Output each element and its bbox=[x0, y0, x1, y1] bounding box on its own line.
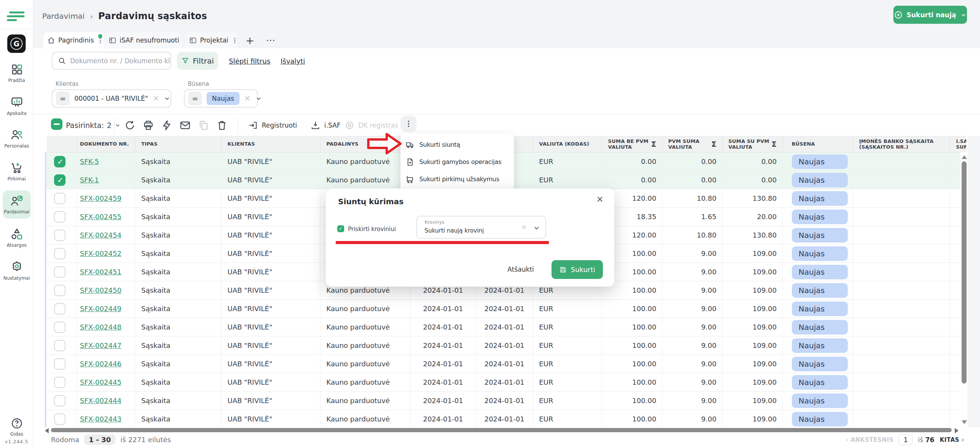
scroll-right-icon[interactable] bbox=[955, 428, 959, 433]
menu-item-sukurti-pirkimu[interactable]: Sukurti pirkimų užsakymus bbox=[401, 171, 514, 188]
filters-button[interactable]: Filtrai bbox=[177, 52, 218, 70]
hide-filters-link[interactable]: Slėpti filtrus bbox=[229, 57, 270, 65]
sum-icon[interactable]: Σ bbox=[651, 140, 656, 149]
sum-icon[interactable]: Σ bbox=[711, 140, 716, 149]
document-link[interactable]: SFX-002443 bbox=[80, 415, 121, 423]
chevron-down-icon[interactable] bbox=[164, 95, 171, 102]
tab-projektai[interactable]: Projektai ⋮ bbox=[185, 32, 238, 48]
row-checkbox[interactable] bbox=[54, 303, 66, 315]
document-link[interactable]: SFX-002455 bbox=[80, 213, 121, 221]
column-header-busena[interactable]: BŪSENA bbox=[782, 136, 853, 152]
column-header-tipas[interactable]: TIPAS bbox=[135, 136, 221, 152]
krovinys-select[interactable]: Krovinys Sukurti naują krovinį ✕ bbox=[416, 216, 546, 239]
menu-item-sukurti-siunta[interactable]: Sukurti siuntą bbox=[401, 136, 514, 153]
table-row[interactable]: SFX-002445 Sąskaita UAB "RIVILĖ" Kauno p… bbox=[47, 373, 966, 392]
row-checkbox[interactable] bbox=[54, 156, 66, 167]
table-row[interactable]: SFX-002444 Sąskaita UAB "RIVILĖ" Kauno p… bbox=[47, 392, 966, 410]
sidebar-item-pardavimai[interactable]: Pardavimai bbox=[0, 194, 33, 215]
table-row[interactable]: SFX-002446 Sąskaita UAB "RIVILĖ" Kauno p… bbox=[47, 355, 966, 373]
row-checkbox[interactable] bbox=[54, 248, 66, 259]
create-new-button[interactable]: Sukurti naują bbox=[893, 6, 967, 24]
sidebar-item-apskaita[interactable]: Apskaita bbox=[0, 95, 33, 116]
priskirti-checkbox[interactable]: ✓ bbox=[337, 225, 344, 232]
vertical-scrollbar-thumb[interactable] bbox=[962, 161, 967, 384]
tab-pagrindinis[interactable]: Pagrindinis ⋮ bbox=[43, 32, 104, 48]
clear-icon[interactable]: ✕ bbox=[153, 94, 159, 103]
document-link[interactable]: SFX-002445 bbox=[80, 378, 121, 386]
sidebar-item-personalas[interactable]: Personalas bbox=[0, 128, 33, 149]
column-header-imones-banko[interactable]: ĮMONĖS BANKO SĄSKAITA (SĄSKAITOS NR.) bbox=[853, 136, 950, 152]
chevron-down-icon[interactable] bbox=[255, 95, 262, 102]
column-header-klientas[interactable]: KLIENTAS bbox=[221, 136, 320, 152]
clear-icon[interactable]: ✕ bbox=[521, 223, 527, 231]
search-input[interactable]: Dokumento nr. / Dokumento kli bbox=[52, 52, 171, 70]
table-row[interactable]: SFX-002449 Sąskaita UAB "RIVILĖ" Kauno p… bbox=[47, 300, 966, 318]
row-checkbox[interactable] bbox=[54, 321, 66, 333]
next-page-button[interactable]: KITAS › bbox=[940, 436, 964, 443]
clear-icon[interactable]: ✕ bbox=[244, 94, 251, 103]
print-button[interactable] bbox=[143, 120, 154, 131]
document-link[interactable]: SFX-002454 bbox=[80, 231, 121, 239]
row-checkbox[interactable] bbox=[54, 266, 66, 278]
row-checkbox[interactable] bbox=[54, 285, 66, 296]
row-checkbox[interactable] bbox=[54, 413, 66, 425]
busena-filter[interactable]: = Naujas ✕ bbox=[184, 89, 258, 108]
add-tab-button[interactable]: + bbox=[241, 32, 258, 48]
email-button[interactable] bbox=[179, 120, 191, 131]
document-link[interactable]: SFX-002447 bbox=[80, 341, 121, 349]
operator-button[interactable]: = bbox=[56, 92, 70, 105]
refresh-button[interactable] bbox=[124, 120, 136, 131]
scroll-down-icon[interactable] bbox=[962, 420, 967, 424]
tab-isaf-nesufromuoti[interactable]: iSAF nesufromuoti ⋮ bbox=[105, 32, 181, 48]
vertical-scrollbar[interactable] bbox=[960, 152, 967, 427]
table-row[interactable]: SFX-002443 Sąskaita UAB "RIVILĖ" Kauno p… bbox=[47, 410, 966, 428]
row-checkbox[interactable] bbox=[54, 193, 66, 204]
document-link[interactable]: SFX-002450 bbox=[80, 286, 121, 294]
column-header-pvm-suma[interactable]: PVM SUMA VALIUTAΣ bbox=[662, 136, 722, 152]
document-link[interactable]: SFX-002451 bbox=[80, 268, 121, 276]
horizontal-scrollbar-thumb[interactable] bbox=[51, 428, 952, 432]
sidebar-item-pirkimai[interactable]: Pirkimai bbox=[0, 161, 33, 182]
cancel-button[interactable]: Atšaukti bbox=[507, 266, 534, 273]
more-actions-button[interactable] bbox=[401, 116, 417, 132]
sidebar-item-pradzia[interactable]: Pradžia bbox=[0, 62, 33, 83]
document-link[interactable]: SFK-1 bbox=[80, 176, 99, 184]
scroll-up-icon[interactable] bbox=[962, 155, 967, 159]
app-logo[interactable]: G bbox=[7, 34, 26, 53]
column-header-valiuta[interactable]: VALIUTA (KODAS) bbox=[533, 136, 602, 152]
delete-button[interactable] bbox=[216, 120, 228, 131]
document-link[interactable]: SFX-002452 bbox=[80, 249, 121, 257]
submit-button[interactable]: Sukurti bbox=[552, 260, 603, 279]
row-checkbox[interactable] bbox=[54, 230, 66, 241]
copy-button[interactable] bbox=[198, 120, 209, 131]
table-row[interactable]: SFX-002447 Sąskaita UAB "RIVILĖ" Kauno p… bbox=[47, 336, 966, 355]
breadcrumb-section[interactable]: Pardavimai bbox=[42, 11, 85, 21]
document-link[interactable]: SFX-002446 bbox=[80, 360, 121, 368]
column-header-dokumento-nr[interactable]: DOKUMENTO NR. bbox=[77, 136, 135, 152]
sidebar-item-atsargos[interactable]: Atsargos bbox=[0, 227, 33, 248]
previous-page-button[interactable]: ‹ ANKSTESNIS bbox=[846, 436, 893, 443]
document-link[interactable]: SFK-5 bbox=[80, 157, 99, 166]
scroll-left-icon[interactable] bbox=[45, 428, 49, 433]
selected-count[interactable]: Pasirinkta:2 bbox=[66, 115, 121, 136]
page-number-input[interactable]: 1 bbox=[899, 434, 913, 445]
register-button[interactable]: Registruoti bbox=[248, 115, 297, 136]
sidebar-item-gidas[interactable]: Gidas bbox=[0, 417, 33, 437]
operator-button[interactable]: = bbox=[188, 92, 202, 105]
select-all-checkbox[interactable] bbox=[51, 118, 62, 130]
document-link[interactable]: SFX-002459 bbox=[80, 194, 121, 202]
row-checkbox[interactable] bbox=[54, 377, 66, 388]
column-header-suma-su-pvm[interactable]: SUMA SU PVM VALIUTAΣ bbox=[722, 136, 782, 152]
row-checkbox[interactable] bbox=[54, 174, 66, 186]
sidebar-item-nustatymai[interactable]: Nustatymai bbox=[0, 260, 33, 281]
horizontal-scrollbar[interactable] bbox=[33, 427, 980, 433]
column-header-suma-be-pvm[interactable]: SUMA BE PVM VALIUTAΣ bbox=[602, 136, 662, 152]
sum-icon[interactable]: Σ bbox=[772, 140, 776, 149]
clear-filters-link[interactable]: Išvalyti bbox=[281, 57, 305, 65]
document-link[interactable]: SFX-002448 bbox=[80, 323, 121, 331]
row-checkbox[interactable] bbox=[54, 211, 66, 223]
tabs-more-button[interactable]: ⋯ bbox=[263, 32, 279, 48]
quick-actions-button[interactable] bbox=[161, 120, 172, 131]
chevron-down-icon[interactable] bbox=[533, 224, 540, 232]
tab-options-icon[interactable]: ⋮ bbox=[231, 36, 238, 44]
